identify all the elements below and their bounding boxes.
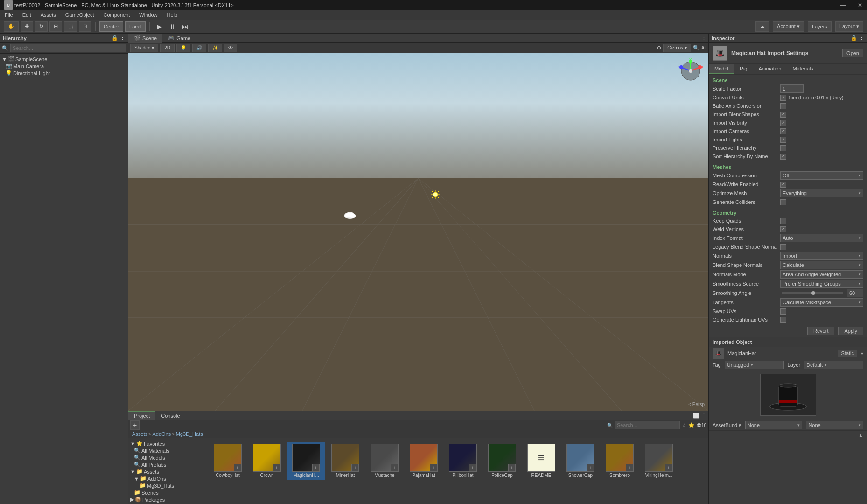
layers-btn[interactable]: Layers bbox=[808, 21, 832, 32]
center-btn[interactable]: Center bbox=[99, 21, 123, 32]
checkbox-bake-axis[interactable] bbox=[780, 103, 786, 109]
file-item-sombrero[interactable]: + Sombrero bbox=[601, 442, 638, 480]
project-add-btn[interactable]: + bbox=[130, 420, 140, 430]
file-item-pajamahat[interactable]: + PajamaHat bbox=[405, 442, 442, 480]
static-dropdown-icon[interactable]: ▾ bbox=[861, 351, 863, 356]
dropdown-tangents[interactable]: Calculate Mikktspace ▾ bbox=[780, 298, 863, 307]
local-btn[interactable]: Local bbox=[125, 21, 146, 32]
checkbox-read-write[interactable] bbox=[780, 182, 786, 188]
slider-smoothing-angle[interactable] bbox=[782, 292, 843, 294]
step-btn[interactable]: ⏭ bbox=[180, 21, 191, 32]
project-star-icon[interactable]: ⭐ bbox=[688, 422, 695, 428]
hierarchy-item-directionallight[interactable]: 💡 Directional Light bbox=[0, 70, 128, 77]
checkbox-convert-units[interactable] bbox=[780, 95, 786, 101]
add-btn-crown[interactable]: + bbox=[273, 464, 280, 471]
menu-assets[interactable]: Assets bbox=[38, 10, 59, 20]
breadcrumb-assets[interactable]: Assets bbox=[132, 431, 147, 437]
import-tab-materials[interactable]: Materials bbox=[787, 64, 819, 74]
checkbox-generate-lightmap[interactable] bbox=[780, 317, 786, 323]
add-btn-pillboxhat[interactable]: + bbox=[469, 464, 476, 471]
hierarchy-item-maincamera[interactable]: 📷 Main Camera bbox=[0, 63, 128, 70]
tab-scene[interactable]: 🎬 Scene bbox=[128, 34, 162, 43]
file-item-minerhat[interactable]: + MinerHat bbox=[327, 442, 364, 480]
breadcrumb-addons[interactable]: AddOns bbox=[152, 431, 171, 437]
add-btn-magicianhat[interactable]: + bbox=[312, 464, 320, 471]
import-tab-animation[interactable]: Animation bbox=[753, 64, 787, 74]
dropdown-normals-mode[interactable]: Area And Angle Weighted ▾ bbox=[780, 270, 863, 279]
file-item-readme[interactable]: ≡ README bbox=[523, 442, 560, 480]
expand-arrow-icon[interactable]: ▲ bbox=[858, 433, 863, 438]
file-item-showercap[interactable]: + ShowerCap bbox=[562, 442, 599, 480]
checkbox-import-lights[interactable] bbox=[780, 137, 786, 143]
collab-btn[interactable]: ☁ bbox=[755, 21, 769, 32]
shaded-dropdown[interactable]: Shaded ▾ bbox=[130, 44, 158, 52]
hierarchy-item-samplescene[interactable]: ▼ 🎬 SampleScene bbox=[0, 56, 128, 63]
add-btn-showercap[interactable]: + bbox=[587, 464, 594, 471]
rect-tool-btn[interactable]: ⬚ bbox=[64, 21, 77, 32]
play-btn[interactable]: ▶ bbox=[154, 21, 165, 32]
add-btn-pajamahat[interactable]: + bbox=[430, 464, 437, 471]
project-filter-icon[interactable]: ☆ bbox=[682, 422, 686, 428]
checkbox-sort-hierarchy[interactable] bbox=[780, 154, 786, 160]
add-btn-mustache[interactable]: + bbox=[391, 464, 398, 471]
add-btn-sombrero[interactable]: + bbox=[626, 464, 633, 471]
checkbox-swap-uvs[interactable] bbox=[780, 308, 786, 315]
tab-console[interactable]: Console bbox=[155, 411, 185, 420]
input-scale-factor[interactable] bbox=[780, 84, 804, 93]
sidebar-item-addons[interactable]: ▼ 📁 AddOns bbox=[128, 475, 205, 482]
dropdown-mesh-compression[interactable]: Off ▾ bbox=[780, 171, 863, 180]
import-tab-rig[interactable]: Rig bbox=[734, 64, 753, 74]
menu-edit[interactable]: Edit bbox=[20, 10, 34, 20]
inspector-more-icon[interactable]: ⋮ bbox=[859, 35, 864, 41]
file-item-policecap[interactable]: + PoliceCap bbox=[483, 442, 521, 480]
checkbox-preserve-hierarchy[interactable] bbox=[780, 145, 786, 151]
sidebar-item-packages[interactable]: ▶ 📦 Packages bbox=[128, 496, 205, 503]
file-item-cowboyhat[interactable]: + CowboyHat bbox=[209, 442, 246, 480]
rotate-tool-btn[interactable]: ↻ bbox=[35, 21, 48, 32]
bottom-panel-more[interactable]: ⋮ bbox=[701, 413, 706, 419]
hand-tool-btn[interactable]: ✋ bbox=[4, 21, 19, 32]
file-item-mustache[interactable]: + Mustache bbox=[366, 442, 403, 480]
checkbox-generate-colliders[interactable] bbox=[780, 199, 786, 205]
menu-gameobject[interactable]: GameObject bbox=[63, 10, 97, 20]
dropdown-optimize-mesh[interactable]: Everything ▾ bbox=[780, 189, 863, 197]
checkbox-import-visibility[interactable] bbox=[780, 120, 786, 126]
sidebar-item-all-materials[interactable]: 🔍 All Materials bbox=[128, 447, 205, 454]
menu-component[interactable]: Component bbox=[100, 10, 133, 20]
breadcrumb-mg3d[interactable]: Mg3D_Hats bbox=[176, 431, 203, 437]
add-btn-cowboyhat[interactable]: + bbox=[234, 464, 241, 471]
tab-project[interactable]: Project bbox=[128, 411, 155, 420]
dropdown-smoothness-source[interactable]: Prefer Smoothing Groups ▾ bbox=[780, 280, 863, 288]
file-item-crown[interactable]: + Crown bbox=[248, 442, 286, 480]
pause-btn[interactable]: ⏸ bbox=[167, 21, 178, 32]
dropdown-blend-shape-normals[interactable]: Calculate ▾ bbox=[780, 261, 863, 269]
project-search-input[interactable] bbox=[615, 421, 680, 429]
asset-bundle-variant-dropdown[interactable]: None ▾ bbox=[806, 421, 863, 429]
bottom-panel-collapse[interactable]: ⬜ bbox=[693, 413, 699, 419]
sidebar-item-mg3d-hats[interactable]: 📁 Mg3D_Hats bbox=[128, 482, 205, 489]
static-button[interactable]: Static bbox=[838, 350, 857, 357]
add-btn-vikinghelm[interactable]: + bbox=[665, 464, 672, 471]
menu-window[interactable]: Window bbox=[136, 10, 160, 20]
sidebar-item-assets[interactable]: ▼ 📁 Assets bbox=[128, 468, 205, 475]
file-item-magicianhat[interactable]: + MagicianH... bbox=[287, 442, 325, 480]
open-button[interactable]: Open bbox=[842, 49, 863, 57]
checkbox-import-cameras[interactable] bbox=[780, 128, 786, 134]
file-item-vikinghelm[interactable]: + VikingHelm... bbox=[640, 442, 678, 480]
light-btn[interactable]: 💡 bbox=[176, 44, 190, 52]
gizmos-btn[interactable]: Gizmos ▾ bbox=[663, 44, 691, 52]
revert-button[interactable]: Revert bbox=[807, 327, 834, 335]
checkbox-weld-vertices[interactable] bbox=[780, 226, 786, 232]
tab-game[interactable]: 🎮 Game bbox=[162, 34, 196, 43]
hierarchy-search-input[interactable] bbox=[10, 44, 126, 52]
menu-help[interactable]: Help bbox=[164, 10, 180, 20]
asset-bundle-name-dropdown[interactable]: None ▾ bbox=[745, 421, 803, 429]
move-tool-btn[interactable]: ✚ bbox=[21, 21, 33, 32]
maximize-btn[interactable]: □ bbox=[848, 2, 855, 8]
hierarchy-more-icon[interactable]: ⋮ bbox=[120, 35, 125, 41]
effects-btn[interactable]: ✨ bbox=[208, 44, 222, 52]
checkbox-import-blendshapes[interactable] bbox=[780, 112, 786, 118]
scene-tab-more[interactable]: ⋮ bbox=[701, 35, 706, 41]
layout-btn[interactable]: Layout ▾ bbox=[835, 21, 863, 32]
dropdown-index-format[interactable]: Auto ▾ bbox=[780, 234, 863, 242]
